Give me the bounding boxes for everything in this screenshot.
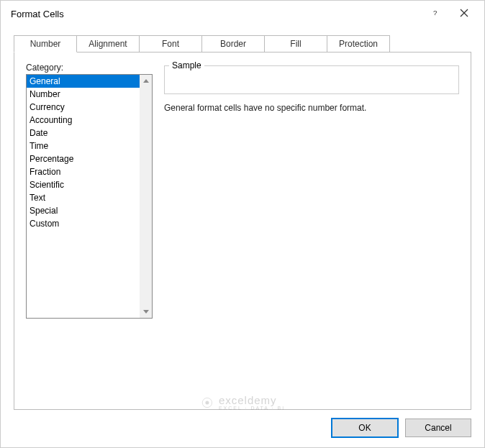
tab-number[interactable]: Number	[14, 35, 77, 52]
tab-fill[interactable]: Fill	[264, 35, 327, 52]
titlebar: Format Cells ?	[1, 1, 484, 27]
help-button[interactable]: ?	[421, 4, 450, 24]
list-item[interactable]: Fraction	[27, 165, 140, 178]
category-label: Category:	[26, 63, 153, 73]
dialog-title: Format Cells	[11, 9, 421, 19]
tab-strip: Number Alignment Font Border Fill Protec…	[14, 35, 471, 52]
details-column: Sample General format cells have no spec…	[164, 63, 459, 113]
number-tab-body: Category: General Number Currency Accoun…	[26, 63, 459, 399]
list-item[interactable]: Special	[27, 204, 140, 217]
category-items: General Number Currency Accounting Date …	[27, 75, 140, 318]
list-item[interactable]: General	[27, 75, 140, 88]
category-listbox[interactable]: General Number Currency Accounting Date …	[26, 74, 153, 319]
ok-button[interactable]: OK	[332, 419, 398, 437]
tab-border[interactable]: Border	[201, 35, 265, 52]
list-item[interactable]: Percentage	[27, 152, 140, 165]
cancel-button[interactable]: Cancel	[405, 419, 471, 437]
list-item[interactable]: Date	[27, 127, 140, 140]
close-icon	[460, 9, 468, 19]
scroll-down-icon	[140, 306, 152, 318]
list-item[interactable]: Accounting	[27, 114, 140, 127]
format-cells-dialog: Format Cells ? Number Alignment Font Bor…	[0, 0, 485, 448]
list-item[interactable]: Time	[27, 140, 140, 152]
format-description: General format cells have no specific nu…	[164, 103, 459, 113]
sample-fieldset: Sample	[164, 65, 459, 94]
svg-text:?: ?	[433, 9, 438, 17]
scroll-up-icon	[140, 75, 152, 87]
list-item[interactable]: Currency	[27, 101, 140, 114]
category-column: Category: General Number Currency Accoun…	[26, 63, 153, 319]
tab-alignment[interactable]: Alignment	[76, 35, 140, 52]
list-item[interactable]: Custom	[27, 217, 140, 230]
list-item[interactable]: Text	[27, 191, 140, 204]
svg-marker-3	[143, 79, 149, 83]
help-icon: ?	[431, 9, 440, 19]
tab-font[interactable]: Font	[139, 35, 202, 52]
sample-label: Sample	[169, 60, 204, 70]
listbox-scrollbar[interactable]	[140, 75, 152, 318]
svg-marker-4	[143, 310, 149, 314]
close-button[interactable]	[450, 4, 479, 24]
list-item[interactable]: Number	[27, 88, 140, 101]
list-item[interactable]: Scientific	[27, 178, 140, 191]
tab-panel: Category: General Number Currency Accoun…	[14, 52, 471, 410]
dialog-buttons: OK Cancel	[1, 410, 484, 447]
tab-protection[interactable]: Protection	[327, 35, 390, 52]
